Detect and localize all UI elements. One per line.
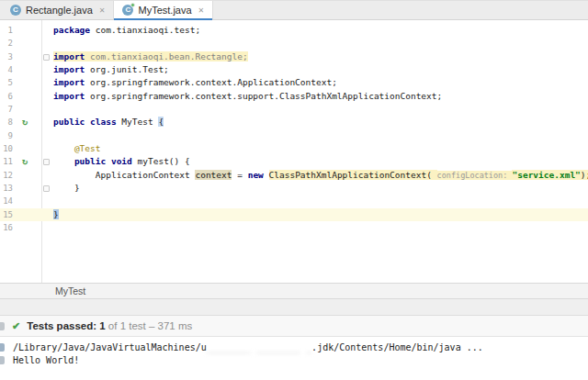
code-line[interactable]: 13 }: [0, 182, 588, 195]
code-line[interactable]: 6import org.springframework.context.supp…: [0, 90, 588, 103]
tab-bar: CRectangle.java✕CMyTest.java✕: [0, 0, 588, 20]
run-marker-dot: [130, 3, 135, 7]
java-class-icon: C: [122, 5, 133, 16]
run-panel-toolbar: [0, 299, 588, 316]
run-test-icon[interactable]: ↻: [22, 155, 28, 168]
code-line[interactable]: 2: [0, 37, 588, 50]
test-status-bar: ✔ Tests passed: 1 of 1 test – 371 ms: [0, 316, 588, 337]
line-number: 10: [0, 142, 13, 155]
run-test-icon[interactable]: ↻: [22, 116, 28, 129]
line-number: 6: [0, 90, 13, 103]
code-text: ApplicationContext context = new ClassPa…: [53, 169, 588, 182]
code-text: import org.springframework.context.suppo…: [53, 90, 588, 103]
line-number: 15: [0, 208, 13, 221]
clipped-gutter-icon: [0, 343, 5, 352]
run-console[interactable]: /Library/Java/JavaVirtualMachines/u_____…: [0, 337, 588, 380]
code-text: package com.tianxiaoqi.test;: [53, 24, 588, 37]
fold-marker-icon[interactable]: [43, 185, 50, 192]
code-line[interactable]: 1package com.tianxiaoqi.test;: [0, 24, 588, 37]
tab-mytest-java[interactable]: CMyTest.java✕: [113, 1, 213, 19]
editor-lines: 1package com.tianxiaoqi.test;23import co…: [0, 24, 588, 235]
code-text: import org.junit.Test;: [53, 63, 588, 76]
code-line[interactable]: 11↻ public void myTest() {: [0, 155, 588, 168]
code-text: public void myTest() {: [53, 155, 588, 168]
fold-marker-icon[interactable]: [43, 54, 50, 61]
breadcrumb-item[interactable]: MyTest: [55, 285, 85, 296]
console-output-line: Hello World!: [13, 354, 588, 367]
line-number: 8: [0, 116, 13, 129]
code-line[interactable]: 10 @Test: [0, 142, 588, 155]
code-text: }: [53, 208, 588, 221]
code-text: @Test: [53, 142, 588, 155]
tab-label: MyTest.java: [138, 5, 191, 16]
code-line[interactable]: 12 ApplicationContext context = new Clas…: [0, 169, 588, 182]
breadcrumb[interactable]: MyTest: [0, 283, 588, 299]
line-number: 2: [0, 37, 13, 50]
line-number: 14: [0, 195, 13, 207]
code-text: public class MyTest {: [53, 116, 588, 129]
line-number: 16: [0, 221, 13, 234]
clipped-toolbar-icon: [0, 322, 5, 330]
code-line[interactable]: 14: [0, 195, 588, 207]
line-number: 5: [0, 76, 13, 89]
line-number: 7: [0, 103, 13, 116]
code-line[interactable]: 4import org.junit.Test;: [0, 63, 588, 76]
close-icon[interactable]: ✕: [99, 6, 106, 15]
line-number: 3: [0, 50, 13, 63]
code-line[interactable]: 16: [0, 221, 588, 234]
tab-rectangle-java[interactable]: CRectangle.java✕: [2, 1, 113, 19]
code-line[interactable]: 3import com.tianxiaoqi.bean.Rectangle;: [0, 50, 588, 63]
fold-marker-icon[interactable]: [43, 159, 50, 165]
code-line[interactable]: 5import org.springframework.context.Appl…: [0, 76, 588, 89]
ide-window: CRectangle.java✕CMyTest.java✕ 1package c…: [0, 0, 588, 380]
code-line[interactable]: 7: [0, 103, 588, 116]
line-number: 12: [0, 169, 13, 182]
code-text: }: [53, 182, 588, 195]
close-icon[interactable]: ✕: [198, 6, 205, 15]
line-number: 4: [0, 63, 13, 76]
tests-passed-detail: of 1 test – 371 ms: [106, 320, 193, 331]
code-text: import org.springframework.context.Appli…: [53, 76, 588, 89]
console-command-line: /Library/Java/JavaVirtualMachines/u_____…: [13, 341, 588, 354]
line-number: 11: [0, 155, 13, 168]
code-line[interactable]: 9: [0, 129, 588, 142]
line-number: 13: [0, 182, 13, 195]
code-editor[interactable]: 1package com.tianxiaoqi.test;23import co…: [0, 20, 588, 283]
line-number: 9: [0, 129, 13, 142]
code-line[interactable]: 15}: [0, 208, 588, 221]
java-class-icon: C: [10, 5, 21, 16]
clipped-gutter-icon: [0, 356, 5, 364]
tests-passed-check-icon: ✔: [12, 320, 20, 332]
code-text: import com.tianxiaoqi.bean.Rectangle;: [53, 50, 588, 63]
code-line[interactable]: 8↻public class MyTest {: [0, 116, 588, 129]
line-number: 1: [0, 24, 13, 37]
redacted-jdk-name: ________ ________ _: [207, 342, 311, 352]
tests-passed-count: Tests passed: 1: [27, 320, 105, 331]
tab-label: Rectangle.java: [26, 5, 93, 16]
